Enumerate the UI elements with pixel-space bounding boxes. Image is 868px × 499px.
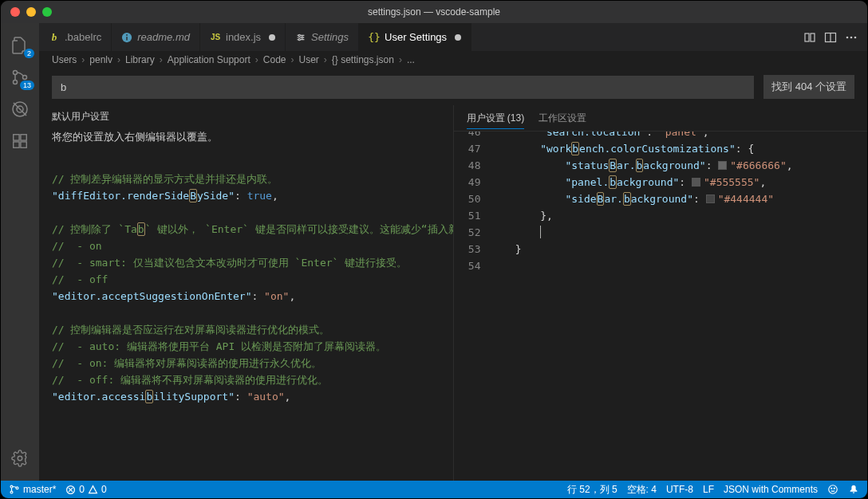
tab-label: readme.md <box>137 31 190 43</box>
modified-dot-icon <box>269 34 275 41</box>
tab-label: Settings <box>311 31 349 43</box>
chevron-right-icon: › <box>255 54 258 65</box>
settings-search-row: 找到 404 个设置 <box>39 69 867 105</box>
svg-point-26 <box>10 485 13 488</box>
encoding-item[interactable]: UTF-8 <box>666 484 693 495</box>
explorer-icon[interactable]: 2 <box>1 29 39 61</box>
svg-point-12 <box>126 34 128 36</box>
code-line: "sideBar.background": "#444444" <box>491 191 868 207</box>
feedback-icon[interactable] <box>827 484 838 495</box>
breadcrumb-segment[interactable]: Application Support <box>168 54 251 65</box>
breadcrumb-segment[interactable]: Code <box>263 54 286 65</box>
code-line: } <box>491 241 868 257</box>
code-line: // - off <box>52 271 419 288</box>
error-count: 0 <box>79 484 85 495</box>
close-window-button[interactable] <box>10 7 20 17</box>
explorer-badge: 2 <box>24 49 34 58</box>
line-number: 53 <box>454 241 481 257</box>
line-number: 47 <box>454 140 481 157</box>
breadcrumb-segment[interactable]: User <box>298 54 318 65</box>
scope-tab[interactable]: 用户设置 (13) <box>467 108 525 129</box>
line-gutter: 464748495051525354 <box>454 132 491 481</box>
line-col-item[interactable]: 行 52，列 5 <box>567 483 617 497</box>
default-settings-hint: 将您的设置放入右侧编辑器以覆盖。 <box>39 128 453 154</box>
chevron-right-icon: › <box>160 54 163 65</box>
more-actions-icon[interactable] <box>845 31 858 44</box>
code-line: // - smart: 仅当建议包含文本改动时才可使用 `Enter` 键进行接… <box>52 254 419 271</box>
json-icon: {} <box>369 32 380 43</box>
svg-rect-19 <box>805 33 809 41</box>
line-number: 51 <box>454 207 481 224</box>
tab-readme-md[interactable]: readme.md <box>112 23 200 51</box>
tabs-row: b.babelrcreadme.mdJSindex.jsSettings{}Us… <box>39 23 867 51</box>
scope-tab[interactable]: 工作区设置 <box>539 108 586 129</box>
settings-search-input[interactable] <box>52 76 754 99</box>
user-settings-pane: 用户设置 (13)工作区设置 464748495051525354 "searc… <box>454 105 868 481</box>
breadcrumb-segment[interactable]: {} settings.json <box>332 54 394 65</box>
default-settings-header: 默认用户设置 <box>39 105 453 128</box>
tab-settings[interactable]: Settings <box>286 23 359 51</box>
code-line: // 控制编辑器是否应运行在对屏幕阅读器进行优化的模式。 <box>52 321 419 338</box>
svg-rect-6 <box>21 135 26 140</box>
tab-index-js[interactable]: JSindex.js <box>200 23 286 51</box>
line-number: 50 <box>454 191 481 207</box>
split-editor-icon[interactable] <box>824 31 837 44</box>
titlebar: settings.json — vscode-sample <box>1 1 867 23</box>
scm-icon[interactable]: 13 <box>1 61 39 93</box>
settings-scope-tabs: 用户设置 (13)工作区设置 <box>454 105 868 132</box>
svg-point-24 <box>850 36 853 38</box>
line-number: 54 <box>454 257 481 274</box>
tab-label: User Settings <box>385 31 447 43</box>
svg-point-17 <box>302 36 303 37</box>
code-line <box>491 224 868 241</box>
svg-rect-8 <box>21 142 26 147</box>
default-settings-editor[interactable]: // 控制差异编辑器的显示方式是并排还是内联。"diffEditor.rende… <box>39 154 453 481</box>
svg-point-32 <box>829 485 838 494</box>
minimize-window-button[interactable] <box>26 7 36 17</box>
code-line <box>52 305 453 321</box>
language-mode-item[interactable]: JSON with Comments <box>724 484 818 495</box>
svg-rect-7 <box>14 142 19 147</box>
chevron-right-icon: › <box>290 54 294 65</box>
settings-gear-icon[interactable] <box>1 442 39 474</box>
bell-icon[interactable] <box>848 484 859 495</box>
window-title: settings.json — vscode-sample <box>1 6 867 18</box>
main-area: 2 13 b.babelrcreadme.mdJSindex.jsSetting… <box>1 23 867 481</box>
git-branch-item[interactable]: master* <box>9 484 56 495</box>
default-settings-pane: 默认用户设置 将您的设置放入右侧编辑器以覆盖。 // 控制差异编辑器的显示方式是… <box>39 105 454 481</box>
text-cursor-icon <box>540 226 541 238</box>
code-line: // - on: 编辑器将对屏幕阅读器的使用进行永久优化。 <box>52 355 419 371</box>
breadcrumb-segment[interactable]: Users <box>52 54 77 65</box>
code-line <box>52 154 453 171</box>
breadcrumb-segment[interactable]: ... <box>407 54 415 65</box>
open-changes-icon[interactable] <box>803 31 816 44</box>
eol-item[interactable]: LF <box>703 484 714 495</box>
breadcrumb-segment[interactable]: Library <box>125 54 155 65</box>
babel-icon: b <box>49 32 60 43</box>
traffic-lights <box>1 7 52 17</box>
svg-rect-20 <box>811 33 815 41</box>
user-settings-editor[interactable]: 464748495051525354 "search.location": "p… <box>454 132 868 481</box>
code-line: // 控制差异编辑器的显示方式是并排还是内联。 <box>52 171 419 187</box>
tab--babelrc[interactable]: b.babelrc <box>39 23 112 51</box>
extensions-icon[interactable] <box>1 125 39 157</box>
code-line: // - off: 编辑器将不再对屏幕阅读器的使用进行优化。 <box>52 371 419 388</box>
indent-item[interactable]: 空格: 4 <box>627 483 657 497</box>
breadcrumb-segment[interactable]: penlv <box>89 54 112 65</box>
svg-point-34 <box>834 488 834 489</box>
modified-dot-icon <box>455 34 461 41</box>
color-swatch-icon <box>706 194 715 203</box>
app-window: settings.json — vscode-sample 2 13 <box>0 0 868 499</box>
color-swatch-icon <box>718 161 727 170</box>
breadcrumb[interactable]: Users›penlv›Library›Application Support›… <box>39 51 867 69</box>
svg-rect-11 <box>127 37 128 40</box>
settings-icon <box>295 32 306 43</box>
tabs-actions <box>803 23 867 51</box>
problems-item[interactable]: 0 0 <box>65 484 106 495</box>
svg-point-2 <box>23 76 27 80</box>
debug-icon[interactable] <box>1 93 39 125</box>
tab-user-settings[interactable]: {}User Settings <box>359 23 471 51</box>
chevron-right-icon: › <box>117 54 120 65</box>
maximize-window-button[interactable] <box>42 7 52 17</box>
color-swatch-icon <box>692 178 700 187</box>
